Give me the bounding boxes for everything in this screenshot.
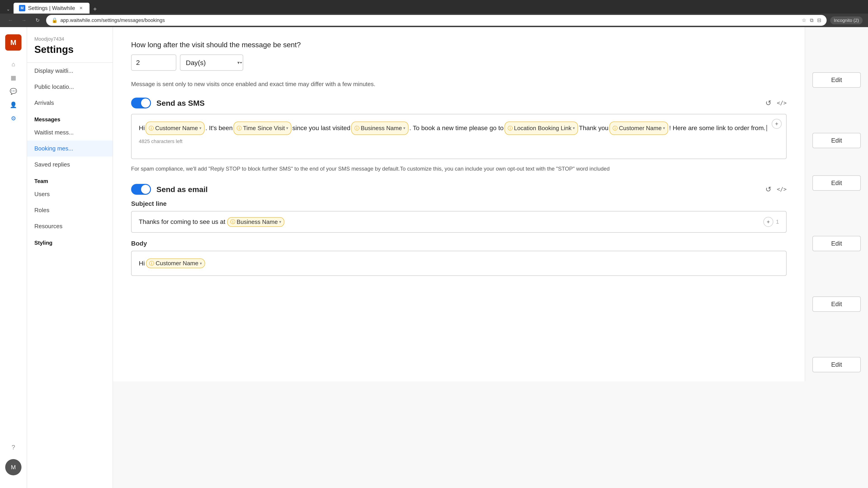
edit-btn-1[interactable]: Edit [812, 72, 861, 88]
incognito-badge[interactable]: Incognito (2) [830, 17, 863, 24]
chevron-down-icon: ▾ [200, 261, 202, 266]
settings-nav-panel: Moodjoy7434 Settings Display waitli... P… [27, 27, 113, 488]
tab-favicon: M [19, 5, 25, 11]
nav-arrivals[interactable]: Arrivals [27, 95, 113, 111]
tab-left-arrow-btn[interactable]: ⌄ [4, 4, 13, 13]
subject-line-counter: 1 [776, 219, 779, 225]
body-text-hi: Hi [139, 260, 145, 267]
sms-message-editor[interactable]: + Hi ⓘ Customer Name ▾ . It's been ⓘ [131, 114, 786, 159]
sms-text-here-are: ! Here are some link to order from. [669, 123, 765, 134]
tag-label: Location Booking Link [514, 123, 571, 133]
subject-content: Thanks for coming to see us at ⓘ Busines… [139, 217, 284, 227]
nav-roles[interactable]: Roles [27, 202, 113, 218]
cursor [767, 125, 767, 131]
subject-add-variable-btn[interactable]: + [763, 217, 773, 227]
new-tab-btn[interactable]: + [90, 4, 99, 13]
team-section-title: Team [27, 173, 113, 186]
app-logo: M [5, 34, 22, 51]
sms-code-btn[interactable]: </> [777, 100, 786, 106]
sms-text-since: since you last visited [292, 123, 350, 134]
sms-text-hi: Hi [139, 123, 145, 134]
sms-text-thank-you: Thank you [579, 123, 609, 134]
nav-saved-replies[interactable]: Saved replies [27, 157, 113, 173]
tag-label: Business Name [361, 123, 402, 133]
chevron-down-icon: ▾ [403, 125, 405, 132]
info-icon: ⓘ [149, 260, 154, 267]
edit-btn-4[interactable]: Edit [812, 236, 861, 251]
subject-field-label: Subject line [131, 200, 786, 207]
sms-section-label: Send as SMS [156, 99, 205, 107]
nav-waitlist-messages[interactable]: Waitlist mess... [27, 125, 113, 140]
sms-message-content: Hi ⓘ Customer Name ▾ . It's been ⓘ Time … [139, 122, 779, 135]
sms-add-variable-btn[interactable]: + [772, 119, 782, 129]
subject-text-thanks: Thanks for coming to see us at [139, 218, 225, 225]
settings-icon-btn[interactable]: ⚙ [7, 112, 20, 125]
nav-resources[interactable]: Resources [27, 218, 113, 234]
home-icon-btn[interactable]: ⌂ [7, 58, 20, 70]
char-count-text: 4825 characters left [139, 138, 779, 144]
nav-booking-messages[interactable]: Booking mes... [27, 140, 113, 157]
email-code-btn[interactable]: </> [777, 186, 786, 193]
chevron-down-icon: ▾ [663, 125, 665, 132]
user-avatar[interactable]: M [5, 459, 22, 475]
tag-label: Time Since Visit [243, 123, 285, 133]
toggle-knob [141, 185, 150, 194]
email-reset-btn[interactable]: ↺ [765, 185, 772, 194]
address-text: app.waitwhile.com/settings/messages/book… [60, 18, 799, 23]
email-toggle[interactable] [131, 184, 151, 195]
content-area: How long after the visit should the mess… [113, 27, 868, 488]
sms-toggle[interactable] [131, 98, 151, 108]
body-editor[interactable]: Hi ⓘ Customer Name ▾ [131, 251, 786, 276]
right-edit-panel: Edit Edit Edit Edit Edit Edit [805, 27, 868, 381]
sms-reset-btn[interactable]: ↺ [765, 99, 772, 107]
edit-btn-6[interactable]: Edit [812, 357, 861, 372]
chat-icon-btn[interactable]: 💬 [7, 85, 20, 98]
tag-label: Business Name [237, 219, 278, 225]
spam-notice-text: For spam compliance, we'll add "Reply ST… [131, 164, 786, 173]
edit-btn-3[interactable]: Edit [812, 175, 861, 191]
nav-users[interactable]: Users [27, 186, 113, 202]
help-icon-btn[interactable]: ? [7, 441, 20, 454]
active-tab: M Settings | Waitwhile ✕ [13, 3, 90, 13]
chevron-down-icon: ▾ [286, 125, 288, 132]
settings-title: Settings [34, 44, 105, 55]
address-bar: 🔒 app.waitwhile.com/settings/messages/bo… [46, 15, 827, 26]
delay-unit-select[interactable]: Day(s) Hour(s) Week(s) [180, 55, 243, 71]
sms-tag-time-since-visit[interactable]: ⓘ Time Since Visit ▾ [234, 122, 291, 135]
back-btn[interactable]: ← [5, 15, 16, 25]
tab-close-btn[interactable]: ✕ [78, 5, 84, 11]
body-tag-customer-name[interactable]: ⓘ Customer Name ▾ [146, 258, 205, 268]
tag-label: Customer Name [619, 123, 662, 133]
sidebar-toggle-btn[interactable]: ⊟ [817, 18, 821, 23]
sms-tag-location-link[interactable]: ⓘ Location Booking Link ▾ [504, 122, 578, 135]
email-section-label: Send as email [156, 185, 208, 194]
bookmark-btn[interactable]: ☆ [802, 18, 806, 23]
sms-text-to-book: . To book a new time please go to [409, 123, 504, 134]
calendar-icon-btn[interactable]: ▦ [7, 71, 20, 84]
delay-number-input[interactable] [131, 55, 176, 71]
toggle-knob [141, 98, 150, 107]
user-id-text: Moodjoy7434 [34, 36, 105, 42]
sms-tag-customer-name-2[interactable]: ⓘ Customer Name ▾ [610, 122, 668, 135]
info-icon: ⓘ [230, 219, 235, 225]
edit-btn-5[interactable]: Edit [812, 296, 861, 312]
nav-public-location[interactable]: Public locatio... [27, 79, 113, 95]
tab-title-text: Settings | Waitwhile [28, 5, 75, 11]
sms-tag-customer-name-1[interactable]: ⓘ Customer Name ▾ [146, 122, 204, 135]
info-icon: ⓘ [354, 124, 360, 133]
extension-btn[interactable]: ⧉ [810, 18, 813, 23]
subject-editor[interactable]: Thanks for coming to see us at ⓘ Busines… [131, 211, 786, 233]
styling-section-title: Styling [27, 234, 113, 248]
delay-unit-select-wrapper: Day(s) Hour(s) Week(s) ▾ [180, 55, 243, 71]
sms-tag-business-name[interactable]: ⓘ Business Name ▾ [351, 122, 408, 135]
messages-section-title: Messages [27, 111, 113, 125]
forward-btn[interactable]: → [19, 15, 29, 25]
edit-btn-2[interactable]: Edit [812, 133, 861, 148]
body-field-label: Body [131, 240, 786, 247]
people-icon-btn[interactable]: 👤 [7, 98, 20, 111]
info-icon: ⓘ [149, 124, 154, 133]
reload-btn[interactable]: ↻ [33, 15, 42, 25]
icon-sidebar: M ⌂ ▦ 💬 👤 ⚙ ? M [0, 27, 27, 488]
subject-tag-business-name[interactable]: ⓘ Business Name ▾ [227, 217, 284, 227]
nav-display-waitlist[interactable]: Display waitli... [27, 63, 113, 79]
